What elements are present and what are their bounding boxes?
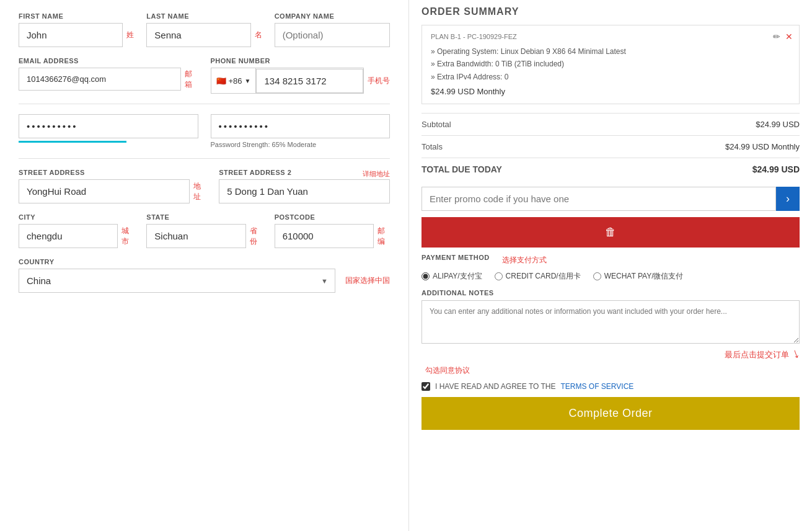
street-address-annotation: 地址 [193, 181, 207, 202]
terms-text: I HAVE READ AND AGREE TO THE [435, 382, 556, 391]
wechat-label: WECHAT PAY/微信支付 [604, 271, 684, 282]
country-label: COUNTRY [19, 258, 390, 266]
email-label: EMAIL ADDRESS [19, 57, 198, 65]
alipay-radio[interactable] [421, 272, 430, 280]
plan-details: » Operating System: Linux Debian 9 X86 6… [431, 45, 790, 83]
street-address2-group: STREET ADDRESS 2 详细地址 [219, 169, 390, 203]
password-input[interactable] [19, 114, 198, 138]
company-name-label: COMPANY NAME [275, 12, 390, 20]
subtotal-label: Subtotal [421, 120, 451, 129]
street-address-group: STREET ADDRESS 地址 [19, 169, 206, 203]
total-due-label: TOTAL DUE TODAY [421, 164, 502, 174]
phone-group: PHONE NUMBER 🇨🇳 +86 ▼ 手机号 [211, 57, 391, 94]
email-input[interactable] [19, 68, 181, 91]
delete-bar[interactable]: 🗑 [421, 217, 800, 248]
postcode-group: POSTCODE 邮编 [275, 213, 390, 248]
payment-option-wechat[interactable]: WECHAT PAY/微信支付 [593, 271, 684, 282]
state-input[interactable] [146, 224, 245, 248]
submit-annotation-text: 最后点击提交订单 [725, 349, 789, 360]
phone-flag[interactable]: 🇨🇳 +86 ▼ [211, 68, 257, 93]
terms-annotation: 勾选同意协议 [425, 365, 470, 376]
plan-id: PLAN B-1 - PC-190929-FEZ [431, 33, 790, 40]
remove-order-button[interactable]: ✕ [785, 32, 793, 42]
first-name-group: FIRST NAME 姓 [19, 12, 134, 47]
email-group: EMAIL ADDRESS 邮箱 [19, 57, 198, 94]
city-annotation: 城市 [121, 226, 134, 247]
promo-row: › [421, 187, 800, 211]
postcode-input[interactable] [275, 224, 374, 248]
email-annotation: 邮箱 [185, 69, 198, 90]
state-group: STATE 省份 [146, 213, 262, 248]
plan-detail-os: » Operating System: Linux Debian 9 X86 6… [431, 45, 790, 58]
postcode-label: POSTCODE [275, 213, 390, 221]
subtotal-value: $24.99 USD [756, 120, 800, 129]
phone-label: PHONE NUMBER [211, 57, 391, 65]
payment-annotation: 选择支付方式 [502, 255, 547, 266]
totals-row: Totals $24.99 USD Monthly [421, 135, 800, 158]
state-annotation: 省份 [250, 226, 262, 247]
street-address2-label: STREET ADDRESS 2 [219, 169, 291, 176]
last-name-label: LAST NAME [146, 12, 262, 20]
submit-annotation-row: 最后点击提交订单 ↑ [421, 348, 800, 362]
password-group [19, 114, 198, 148]
totals-label: Totals [421, 142, 443, 151]
street-address2-annotation: 详细地址 [363, 169, 390, 179]
phone-input[interactable] [256, 69, 363, 93]
postcode-annotation: 邮编 [377, 226, 390, 247]
terms-section: 勾选同意协议 I HAVE READ AND AGREE TO THE TERM… [421, 365, 800, 391]
wechat-radio[interactable] [593, 272, 601, 280]
payment-option-alipay[interactable]: ALIPAY/支付宝 [421, 271, 482, 282]
notes-textarea[interactable] [421, 300, 800, 344]
terms-row: I HAVE READ AND AGREE TO THE TERMS OF SE… [421, 382, 800, 391]
flag-icon: 🇨🇳 [216, 76, 226, 86]
plan-detail-bandwidth: » Extra Bandwidth: 0 TiB (2TiB included) [431, 58, 790, 70]
totals-value: $24.99 USD Monthly [725, 142, 800, 151]
plan-detail-ipv4: » Extra IPv4 Address: 0 [431, 71, 790, 83]
total-due-row: TOTAL DUE TODAY $24.99 USD [421, 158, 800, 181]
terms-checkbox[interactable] [421, 382, 430, 391]
creditcard-label: CREDIT CARD/信用卡 [506, 271, 581, 282]
street-address-input[interactable] [19, 179, 190, 203]
trash-icon: 🗑 [605, 226, 616, 238]
promo-input[interactable] [421, 187, 776, 211]
payment-section: PAYMENT METHOD 选择支付方式 ALIPAY/支付宝 CREDIT … [421, 254, 800, 282]
last-name-annotation: 名 [255, 30, 262, 40]
edit-order-button[interactable]: ✏ [773, 32, 780, 42]
street-address-label: STREET ADDRESS [19, 169, 206, 176]
order-card: ✏ ✕ PLAN B-1 - PC-190929-FEZ » Operating… [421, 25, 800, 104]
city-input[interactable] [19, 224, 118, 248]
country-select[interactable]: China United States United Kingdom [19, 269, 335, 293]
password-strength-bar [19, 141, 126, 143]
creditcard-radio[interactable] [495, 272, 503, 280]
phone-code: +86 [229, 76, 242, 86]
phone-annotation: 手机号 [368, 76, 390, 86]
payment-label: PAYMENT METHOD [421, 254, 490, 261]
last-name-group: LAST NAME 名 [146, 12, 262, 47]
password-strength-text: Password Strength: 65% Moderate [211, 141, 391, 148]
city-label: CITY [19, 213, 134, 221]
first-name-input[interactable] [19, 23, 123, 47]
payment-option-creditcard[interactable]: CREDIT CARD/信用卡 [495, 271, 581, 282]
city-group: CITY 城市 [19, 213, 134, 248]
promo-submit-button[interactable]: › [776, 187, 800, 211]
company-name-input[interactable] [275, 23, 390, 47]
password-confirm-input[interactable] [211, 114, 391, 138]
alipay-label: ALIPAY/支付宝 [433, 271, 482, 282]
payment-options: ALIPAY/支付宝 CREDIT CARD/信用卡 WECHAT PAY/微信… [421, 271, 800, 282]
terms-link[interactable]: TERMS OF SERVICE [561, 382, 634, 391]
subtotal-row: Subtotal $24.99 USD [421, 113, 800, 135]
country-annotation: 国家选择中国 [345, 275, 390, 286]
first-name-annotation: 姓 [126, 30, 134, 40]
street-address2-input[interactable] [219, 179, 390, 203]
plan-price: $24.99 USD Monthly [431, 87, 790, 96]
first-name-label: FIRST NAME [19, 12, 134, 20]
last-name-input[interactable] [146, 23, 250, 47]
chevron-down-icon: ▼ [245, 78, 251, 84]
total-due-value: $24.99 USD [752, 164, 800, 174]
notes-label: ADDITIONAL NOTES [421, 289, 800, 297]
submit-arrow-icon: ↑ [791, 347, 802, 362]
complete-order-button[interactable]: Complete Order [421, 397, 800, 430]
company-name-group: COMPANY NAME [275, 12, 390, 47]
notes-section: ADDITIONAL NOTES [421, 289, 800, 346]
state-label: STATE [146, 213, 262, 221]
